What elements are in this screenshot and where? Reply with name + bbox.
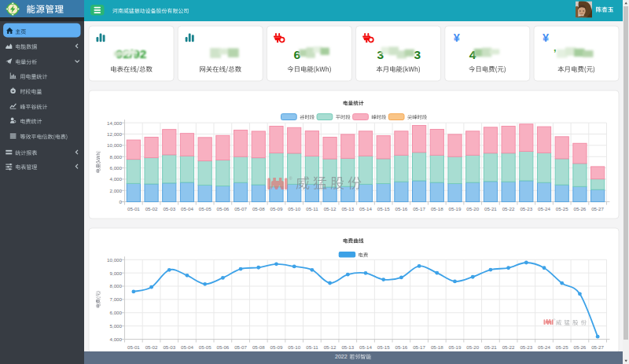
svg-text:05-16: 05-16 <box>395 206 407 211</box>
svg-text:12,000: 12,000 <box>107 131 122 137</box>
svg-text:14,000: 14,000 <box>107 120 122 126</box>
svg-text:05-05: 05-05 <box>199 206 212 211</box>
svg-text:3: 3 <box>414 48 421 61</box>
svg-text:05-06: 05-06 <box>216 344 229 350</box>
svg-text:10,000: 10,000 <box>107 257 122 263</box>
svg-text:4,000: 4,000 <box>110 336 123 342</box>
svg-text:05-06: 05-06 <box>216 206 229 211</box>
svg-text:5,000: 5,000 <box>110 323 123 329</box>
svg-text:05-21: 05-21 <box>484 344 497 350</box>
svg-text:05-07: 05-07 <box>234 344 247 350</box>
svg-text:05-14: 05-14 <box>359 206 372 211</box>
svg-text:05-20: 05-20 <box>466 206 479 211</box>
svg-text:05-17: 05-17 <box>413 206 425 211</box>
svg-text:05-23: 05-23 <box>520 344 532 350</box>
svg-text:05-13: 05-13 <box>341 344 354 350</box>
svg-text:05-23: 05-23 <box>520 206 532 211</box>
svg-text:4,000: 4,000 <box>110 176 123 182</box>
svg-text:05-10: 05-10 <box>288 206 300 211</box>
svg-text:05-19: 05-19 <box>449 344 462 350</box>
svg-text:¥: ¥ <box>454 31 460 44</box>
svg-text:®: ® <box>289 176 292 181</box>
svg-text:05-08: 05-08 <box>252 344 265 350</box>
svg-text:0: 0 <box>120 199 123 204</box>
svg-text:2,000: 2,000 <box>110 188 123 193</box>
svg-text:05-13: 05-13 <box>341 206 354 211</box>
svg-text:05-24: 05-24 <box>538 206 550 211</box>
svg-text:05-14: 05-14 <box>359 344 372 350</box>
svg-text:05-26: 05-26 <box>573 344 586 350</box>
svg-text:05-03: 05-03 <box>163 344 175 350</box>
svg-text:05-02: 05-02 <box>145 344 158 350</box>
svg-text:’: ’ <box>554 47 557 59</box>
svg-text:05-24: 05-24 <box>538 344 550 350</box>
svg-text:05-25: 05-25 <box>556 344 568 350</box>
svg-text:8,000: 8,000 <box>110 283 123 289</box>
svg-text:6,000: 6,000 <box>110 310 123 315</box>
svg-text:05-15: 05-15 <box>377 344 390 350</box>
svg-text:05-15: 05-15 <box>377 206 390 211</box>
svg-text:05-10: 05-10 <box>288 344 300 350</box>
svg-text:¥: ¥ <box>543 31 549 44</box>
svg-text:05-18: 05-18 <box>431 344 443 350</box>
svg-text:05-18: 05-18 <box>431 206 443 211</box>
svg-text:®: ® <box>554 318 556 322</box>
svg-text:05-04: 05-04 <box>181 344 193 350</box>
svg-text:05-22: 05-22 <box>502 206 515 211</box>
svg-text:05-16: 05-16 <box>395 344 407 350</box>
svg-text:05-05: 05-05 <box>199 344 212 350</box>
svg-text:05-02: 05-02 <box>145 206 158 211</box>
svg-text:2022: 2022 <box>335 354 348 359</box>
svg-text:05-21: 05-21 <box>484 206 497 211</box>
svg-text:05-11: 05-11 <box>306 344 318 350</box>
svg-text:05-12: 05-12 <box>324 206 337 211</box>
svg-text:05-11: 05-11 <box>306 206 318 211</box>
svg-text:05-19: 05-19 <box>449 206 462 211</box>
svg-text:05-27: 05-27 <box>591 344 604 350</box>
svg-text:6,000: 6,000 <box>110 165 123 171</box>
svg-text:05-03: 05-03 <box>163 206 175 211</box>
svg-text:05-17: 05-17 <box>413 344 425 350</box>
svg-text:9,000: 9,000 <box>110 270 123 276</box>
svg-text:05-27: 05-27 <box>591 206 604 211</box>
svg-text:05-20: 05-20 <box>466 344 479 350</box>
svg-text:05-07: 05-07 <box>234 206 247 211</box>
svg-text:05-22: 05-22 <box>502 344 515 350</box>
svg-text:05-26: 05-26 <box>573 206 586 211</box>
svg-text:05-01: 05-01 <box>127 206 140 211</box>
svg-text:05-12: 05-12 <box>324 344 337 350</box>
svg-text:05-25: 05-25 <box>556 206 568 211</box>
svg-text:10,000: 10,000 <box>107 142 122 148</box>
svg-text:8,000: 8,000 <box>110 154 123 160</box>
svg-text:7,000: 7,000 <box>110 296 123 302</box>
svg-text:05-09: 05-09 <box>270 344 283 350</box>
svg-text:05-01: 05-01 <box>127 344 140 350</box>
svg-text:05-04: 05-04 <box>181 206 193 211</box>
svg-text:05-09: 05-09 <box>270 206 283 211</box>
svg-text:05-08: 05-08 <box>252 206 265 211</box>
